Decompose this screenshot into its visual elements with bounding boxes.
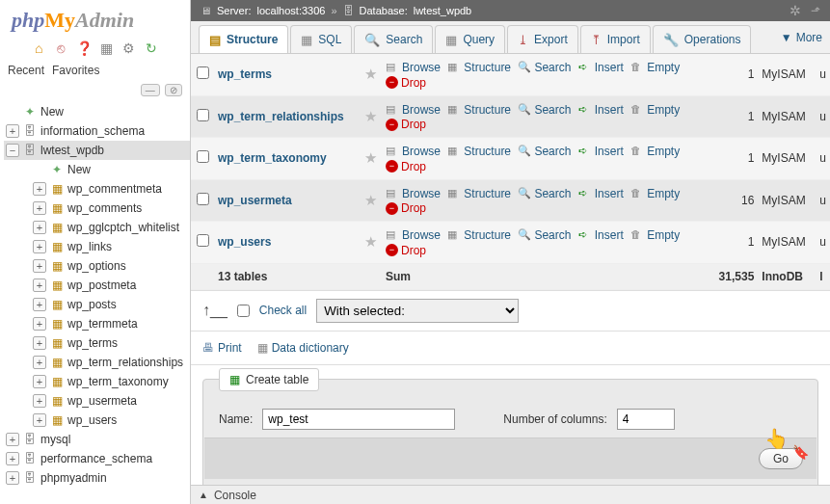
drop-link[interactable]: −Drop bbox=[386, 201, 426, 215]
tree-toggle-icon[interactable]: + bbox=[33, 259, 46, 273]
home-icon[interactable]: ⌂ bbox=[31, 40, 46, 56]
tree-table-item[interactable]: +▦wp_posts bbox=[4, 295, 190, 314]
tree-toggle-icon[interactable]: + bbox=[33, 413, 46, 427]
check-all-label[interactable]: Check all bbox=[259, 304, 307, 317]
sql-icon[interactable]: ▦ bbox=[98, 40, 114, 56]
table-name-link[interactable]: wp_users bbox=[218, 235, 271, 249]
structure-link[interactable]: ▦Structure bbox=[447, 228, 511, 242]
empty-link[interactable]: 🗑Empty bbox=[630, 103, 680, 117]
empty-link[interactable]: 🗑Empty bbox=[630, 187, 680, 200]
tree-table-item[interactable]: +▦wp_users bbox=[4, 411, 190, 430]
bookmark-icon[interactable]: 🔖 bbox=[792, 444, 809, 460]
settings-icon[interactable]: ⚙ bbox=[121, 40, 137, 56]
empty-link[interactable]: 🗑Empty bbox=[630, 145, 680, 158]
insert-link[interactable]: ➪Insert bbox=[578, 228, 624, 242]
tree-table-item[interactable]: +▦wp_postmeta bbox=[4, 276, 190, 295]
structure-link[interactable]: ▦Structure bbox=[447, 61, 511, 74]
tree-table-item[interactable]: +▦wp_links bbox=[4, 237, 190, 256]
tree-toggle-icon[interactable]: + bbox=[33, 394, 46, 408]
tree-table-item[interactable]: +▦wp_options bbox=[4, 256, 190, 276]
tab-search[interactable]: 🔍Search bbox=[354, 25, 433, 53]
tree-table-item[interactable]: +▦wp_commentmeta bbox=[4, 179, 190, 199]
data-dictionary-link[interactable]: ▦Data dictionary bbox=[257, 341, 349, 355]
structure-link[interactable]: ▦Structure bbox=[447, 187, 511, 200]
tree-table-item[interactable]: +▦wp_terms bbox=[4, 333, 190, 353]
row-checkbox[interactable] bbox=[197, 109, 209, 121]
tree-toggle-icon[interactable]: + bbox=[33, 221, 46, 234]
row-checkbox[interactable] bbox=[197, 234, 209, 247]
tree-toggle-icon[interactable]: + bbox=[6, 452, 19, 465]
tree-table-item[interactable]: +▦wp_gglcptch_whitelist bbox=[4, 218, 190, 237]
tree-table-item[interactable]: +▦wp_comments bbox=[4, 199, 190, 218]
browse-link[interactable]: ▤Browse bbox=[386, 187, 441, 200]
table-name-link[interactable]: wp_usermeta bbox=[218, 194, 292, 207]
scroll-top-icon[interactable]: ⬏ bbox=[811, 4, 820, 17]
tab-export[interactable]: ⤓Export bbox=[507, 25, 578, 53]
favorite-star[interactable]: ★ bbox=[359, 222, 382, 264]
favorite-star[interactable]: ★ bbox=[359, 138, 382, 180]
table-name-link[interactable]: wp_term_relationships bbox=[218, 110, 344, 123]
tree-new-table[interactable]: ✦New bbox=[4, 160, 190, 179]
tab-structure[interactable]: ▤Structure bbox=[199, 25, 288, 53]
tree-toggle-icon[interactable]: + bbox=[33, 201, 46, 215]
browse-link[interactable]: ▤Browse bbox=[386, 145, 441, 158]
tree-db-item[interactable]: +🗄phpmyadmin bbox=[4, 468, 190, 488]
collapse-all-icon[interactable]: — bbox=[141, 84, 160, 96]
tree-toggle-icon[interactable]: + bbox=[33, 336, 46, 350]
num-columns-input[interactable] bbox=[617, 409, 675, 430]
tree-table-item[interactable]: +▦wp_termmeta bbox=[4, 314, 190, 333]
with-selected-dropdown[interactable]: With selected: bbox=[316, 299, 519, 323]
row-checkbox[interactable] bbox=[197, 66, 209, 79]
insert-link[interactable]: ➪Insert bbox=[578, 103, 624, 117]
structure-link[interactable]: ▦Structure bbox=[447, 145, 511, 158]
favorite-star[interactable]: ★ bbox=[359, 95, 382, 138]
reload-icon[interactable]: ↻ bbox=[144, 40, 159, 56]
tree-toggle-icon[interactable]: + bbox=[33, 298, 46, 311]
favorite-star[interactable]: ★ bbox=[359, 179, 382, 222]
tree-toggle-icon[interactable]: − bbox=[6, 144, 19, 157]
tree-table-item[interactable]: +▦wp_term_taxonomy bbox=[4, 372, 190, 391]
tree-table-item[interactable]: +▦wp_term_relationships bbox=[4, 353, 190, 372]
tree-db-item[interactable]: +🗄performance_schema bbox=[4, 449, 190, 468]
server-link[interactable]: localhost:3306 bbox=[256, 5, 325, 16]
tree-db-item[interactable]: +🗄information_schema bbox=[4, 121, 190, 141]
tree-toggle-icon[interactable]: + bbox=[6, 471, 19, 485]
tree-db-item[interactable]: +🗄mysql bbox=[4, 430, 190, 449]
recent-tab[interactable]: Recent bbox=[8, 64, 44, 77]
empty-link[interactable]: 🗑Empty bbox=[630, 228, 680, 242]
tree-toggle-icon[interactable]: + bbox=[33, 375, 46, 388]
favorite-star[interactable]: ★ bbox=[359, 54, 382, 95]
browse-link[interactable]: ▤Browse bbox=[386, 228, 441, 242]
row-checkbox[interactable] bbox=[197, 193, 209, 205]
browse-link[interactable]: ▤Browse bbox=[386, 103, 441, 117]
tree-toggle-icon[interactable]: + bbox=[6, 124, 19, 138]
console-bar[interactable]: ▲ Console bbox=[191, 485, 830, 504]
tab-query[interactable]: ▦Query bbox=[435, 25, 505, 53]
tab-import[interactable]: ⤒Import bbox=[580, 25, 651, 53]
insert-link[interactable]: ➪Insert bbox=[578, 61, 624, 74]
tree-db-item[interactable]: −🗄lwtest_wpdb bbox=[4, 141, 190, 160]
empty-link[interactable]: 🗑Empty bbox=[630, 61, 680, 74]
drop-link[interactable]: −Drop bbox=[386, 118, 426, 131]
search-link[interactable]: 🔍Search bbox=[518, 228, 571, 242]
tab-sql[interactable]: ▦SQL bbox=[290, 25, 352, 53]
tab-more[interactable]: ▼More bbox=[781, 21, 830, 53]
check-all-checkbox[interactable] bbox=[237, 305, 250, 317]
drop-link[interactable]: −Drop bbox=[386, 244, 426, 257]
tree-toggle-icon[interactable]: + bbox=[33, 279, 46, 292]
tree-toggle-icon[interactable]: + bbox=[33, 182, 46, 196]
search-link[interactable]: 🔍Search bbox=[518, 187, 571, 200]
logo[interactable]: phpMyAdmin bbox=[0, 0, 190, 37]
tree-toggle-icon[interactable]: + bbox=[33, 317, 46, 331]
tree-table-item[interactable]: +▦wp_usermeta bbox=[4, 391, 190, 411]
docs-icon[interactable]: ❓ bbox=[76, 40, 92, 56]
row-checkbox[interactable] bbox=[197, 150, 209, 163]
tree-toggle-icon[interactable]: + bbox=[6, 433, 19, 446]
logout-icon[interactable]: ⎋ bbox=[53, 40, 68, 56]
table-name-link[interactable]: wp_term_taxonomy bbox=[218, 151, 327, 165]
table-name-input[interactable] bbox=[262, 409, 455, 430]
db-link[interactable]: lwtest_wpdb bbox=[414, 5, 472, 16]
insert-link[interactable]: ➪Insert bbox=[578, 145, 624, 158]
favorites-tab[interactable]: Favorites bbox=[52, 64, 99, 77]
tree-toggle-icon[interactable]: + bbox=[33, 356, 46, 369]
